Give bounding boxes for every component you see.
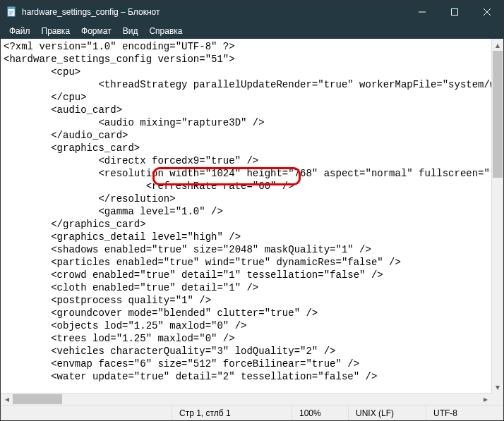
titlebar[interactable]: hardware_settings_config – Блокнот [1, 1, 503, 23]
menu-help[interactable]: Справка [143, 25, 188, 37]
vertical-scroll-thumb[interactable] [493, 51, 503, 178]
vertical-scrollbar[interactable]: ▴ ▾ [491, 39, 503, 393]
menu-format[interactable]: Формат [76, 25, 117, 37]
scroll-up-icon[interactable]: ▴ [492, 39, 503, 51]
maximize-button[interactable] [438, 1, 471, 23]
svg-rect-6 [452, 9, 458, 16]
status-position: Стр 1, стлб 1 [172, 405, 292, 420]
minimize-button[interactable] [406, 1, 438, 23]
statusbar: Стр 1, стлб 1 100% UNIX (LF) UTF-8 [1, 405, 503, 420]
scroll-right-icon[interactable]: ▸ [479, 393, 491, 405]
scroll-left-icon[interactable]: ◂ [1, 393, 13, 405]
menu-edit[interactable]: Правка [36, 25, 76, 37]
notepad-window: hardware_settings_config – Блокнот Файл … [1, 1, 503, 420]
close-button[interactable] [471, 1, 503, 23]
svg-rect-1 [8, 7, 15, 9]
menu-file[interactable]: Файл [4, 25, 36, 37]
menu-view[interactable]: Вид [117, 25, 144, 37]
menubar: Файл Правка Формат Вид Справка [1, 23, 503, 39]
scroll-down-icon[interactable]: ▾ [492, 381, 503, 393]
window-controls [406, 1, 503, 23]
notepad-icon [6, 6, 18, 18]
status-spacer [1, 405, 172, 420]
scrollbar-corner [491, 393, 503, 405]
horizontal-scroll-thumb[interactable] [13, 394, 62, 404]
status-eol: UNIX (LF) [348, 405, 426, 420]
status-zoom: 100% [292, 405, 348, 420]
status-encoding: UTF-8 [426, 405, 503, 420]
window-title: hardware_settings_config – Блокнот [22, 7, 406, 17]
horizontal-scrollbar[interactable]: ◂ ▸ [1, 393, 491, 405]
editor-content[interactable]: <?xml version="1.0" encoding="UTF-8" ?> … [1, 39, 503, 383]
text-editor[interactable]: <?xml version="1.0" encoding="UTF-8" ?> … [1, 39, 503, 405]
